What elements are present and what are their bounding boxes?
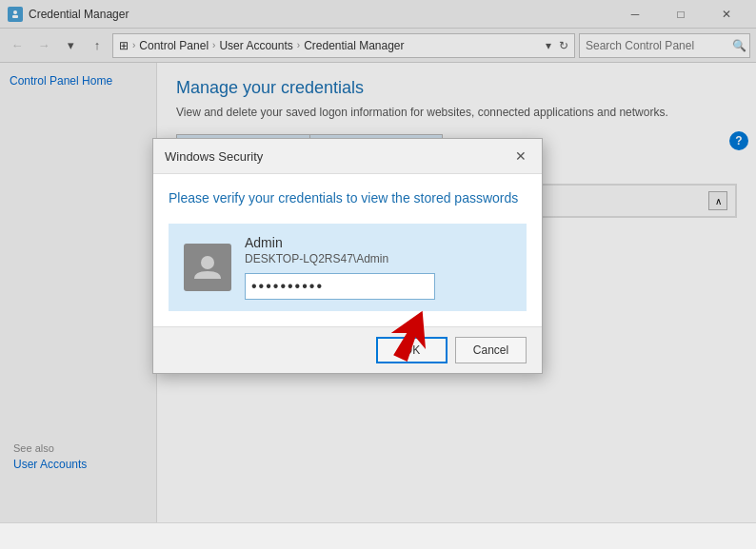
dialog-close-button[interactable]: ✕	[511, 147, 530, 166]
dialog-body: Please verify your credentials to view t…	[153, 174, 542, 326]
windows-security-dialog: Windows Security ✕ Please verify your cr…	[152, 138, 543, 374]
status-bar	[0, 522, 756, 549]
svg-point-9	[201, 256, 214, 269]
user-info: Admin DESKTOP-LQ2RS47\Admin	[245, 235, 511, 300]
dialog-message: Please verify your credentials to view t…	[169, 189, 527, 208]
avatar-icon	[192, 252, 223, 283]
dialog-title-bar: Windows Security ✕	[153, 139, 542, 174]
cancel-button[interactable]: Cancel	[455, 337, 527, 363]
dialog-title: Windows Security	[165, 149, 263, 164]
password-input[interactable]	[245, 273, 435, 300]
ok-button[interactable]: OK	[376, 337, 448, 363]
user-name: Admin	[245, 235, 511, 250]
dialog-user-area: Admin DESKTOP-LQ2RS47\Admin	[169, 224, 527, 311]
dialog-footer: OK Cancel	[153, 326, 542, 373]
user-machine: DESKTOP-LQ2RS47\Admin	[245, 252, 511, 265]
dialog-overlay: Windows Security ✕ Please verify your cr…	[0, 0, 756, 522]
user-avatar	[184, 244, 231, 291]
